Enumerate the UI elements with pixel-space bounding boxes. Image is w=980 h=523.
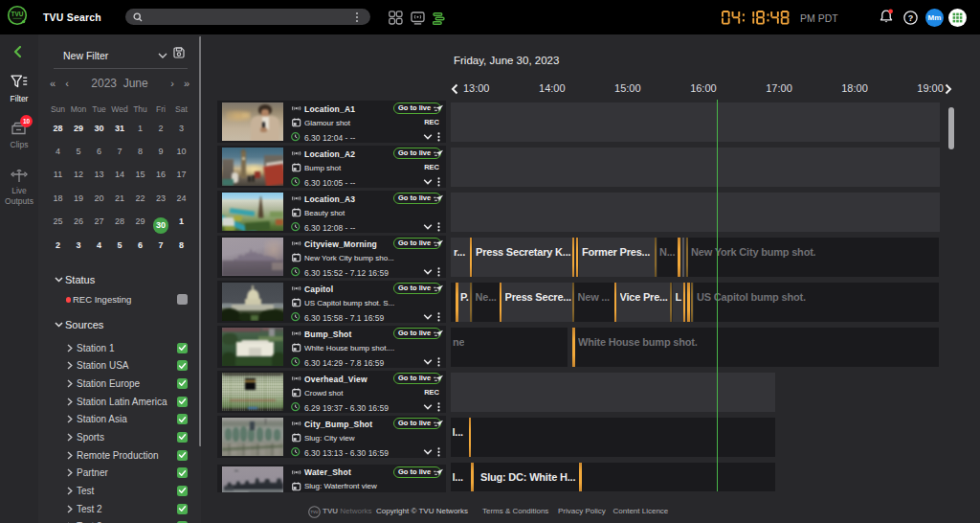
svg-text:?: ? bbox=[908, 13, 914, 23]
svg-text:TVU: TVU bbox=[11, 11, 24, 17]
svg-text:TVU: TVU bbox=[311, 510, 319, 514]
